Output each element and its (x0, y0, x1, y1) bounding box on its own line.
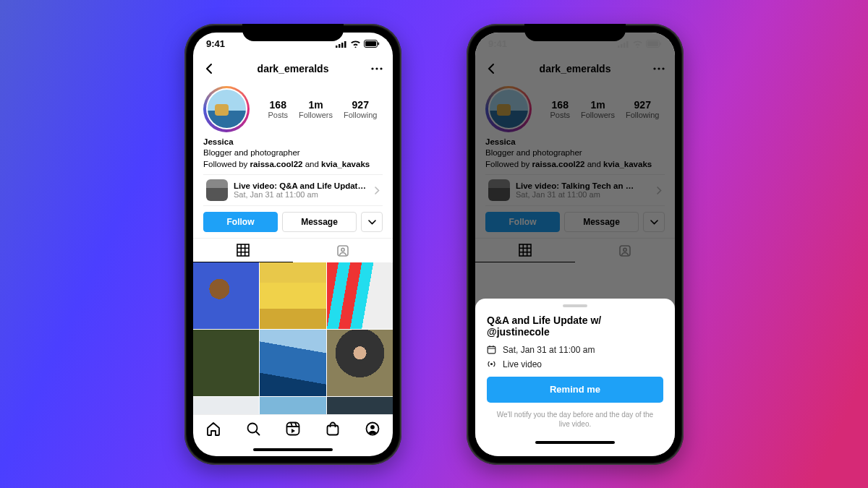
grid-post[interactable] (260, 330, 326, 396)
screen: 9:41 dark_emeralds 168Posts 1mFollowers … (475, 33, 675, 456)
profile-info-row: 168 Posts 1m Followers 927 Following (193, 82, 393, 135)
battery-icon (364, 40, 380, 48)
svg-rect-5 (365, 41, 376, 46)
broadcast-icon (487, 359, 497, 369)
profile-tabs (193, 238, 393, 262)
svg-rect-15 (328, 426, 339, 435)
stat-posts-count: 168 (268, 99, 288, 111)
phone-mockup-left: 9:41 dark_emeralds 168 Posts 1 (184, 24, 401, 465)
search-icon[interactable] (245, 421, 261, 437)
live-details-sheet: Q&A and Life Update w/ @justinecole Sat,… (475, 299, 675, 456)
stat-posts-label: Posts (268, 111, 288, 119)
grid-post[interactable] (327, 330, 393, 396)
svg-point-8 (375, 67, 378, 69)
profile-bio: Jessica Blogger and photographer Followe… (193, 135, 393, 175)
grid-post[interactable] (260, 262, 326, 329)
grid-post[interactable] (193, 262, 259, 329)
phone-mockup-right: 9:41 dark_emeralds 168Posts 1mFollowers … (467, 24, 684, 465)
status-icons (336, 40, 380, 48)
chevron-right-icon (375, 187, 380, 194)
svg-rect-10 (237, 244, 249, 256)
profile-header: dark_emeralds (193, 56, 393, 82)
stat-followers[interactable]: 1m Followers (299, 99, 333, 119)
chevron-down-icon (368, 220, 376, 225)
svg-rect-31 (488, 346, 495, 354)
reels-icon[interactable] (285, 421, 301, 437)
profile-stats: 168 Posts 1m Followers 927 Following (263, 99, 383, 119)
grid-post[interactable] (260, 397, 326, 414)
suggestions-button[interactable] (361, 212, 383, 232)
screen: 9:41 dark_emeralds 168 Posts 1 (193, 33, 393, 456)
bio-mutuals: Followed by raissa.cool22 and kvia_kavak… (203, 159, 383, 171)
avatar (208, 90, 246, 128)
tab-grid[interactable] (193, 239, 293, 262)
sheet-type-row: Live video (487, 359, 663, 369)
profile-nav-icon[interactable] (365, 421, 380, 437)
header-username[interactable]: dark_emeralds (258, 63, 329, 74)
grid-post[interactable] (327, 262, 393, 329)
grid-post[interactable] (193, 330, 259, 396)
home-icon[interactable] (205, 421, 221, 437)
live-title: Live video: Q&A and Life Updat… (234, 181, 369, 190)
calendar-icon (487, 345, 497, 354)
home-indicator (193, 443, 393, 456)
status-time: 9:41 (206, 38, 225, 49)
shop-icon[interactable] (325, 421, 341, 437)
sheet-date: Sat, Jan 31 at 11:00 am (503, 345, 595, 355)
sheet-date-row: Sat, Jan 31 at 11:00 am (487, 345, 663, 355)
svg-rect-3 (344, 41, 346, 48)
bottom-nav (193, 414, 393, 443)
sheet-handle[interactable] (563, 304, 587, 307)
grid-icon (237, 244, 250, 257)
scheduled-live-row[interactable]: Live video: Q&A and Life Updat… Sat, Jan… (203, 174, 383, 206)
story-ring[interactable] (203, 86, 250, 132)
svg-rect-2 (341, 43, 344, 48)
svg-rect-14 (286, 423, 299, 435)
cellular-icon (336, 40, 347, 48)
sheet-title: Q&A and Life Update w/ @justinecole (487, 314, 663, 338)
live-thumbnail (206, 179, 228, 201)
more-options-icon[interactable] (370, 61, 384, 76)
device-notch (524, 24, 626, 41)
bio-description: Blogger and photographer (203, 147, 383, 159)
message-button[interactable]: Message (282, 212, 357, 232)
svg-rect-6 (378, 43, 380, 46)
live-date: Sat, Jan 31 at 11:00 am (234, 190, 369, 199)
svg-point-17 (370, 425, 375, 429)
device-notch (242, 24, 344, 41)
follow-button[interactable]: Follow (203, 212, 278, 232)
tagged-icon (336, 244, 349, 257)
svg-rect-1 (339, 44, 341, 48)
stat-following-label: Following (344, 111, 377, 119)
sheet-type: Live video (503, 359, 542, 369)
stat-following-count: 927 (344, 99, 377, 111)
bio-name: Jessica (203, 137, 383, 148)
stat-followers-count: 1m (299, 99, 333, 111)
remind-me-button[interactable]: Remind me (487, 377, 663, 403)
grid-post[interactable] (193, 397, 259, 414)
profile-actions: Follow Message (193, 212, 393, 238)
stat-posts[interactable]: 168 Posts (268, 99, 288, 119)
home-indicator (487, 436, 663, 449)
svg-point-9 (380, 67, 382, 69)
wifi-icon (350, 40, 361, 48)
post-grid (193, 262, 393, 414)
svg-point-7 (371, 67, 373, 69)
stat-followers-label: Followers (299, 111, 333, 119)
back-icon[interactable] (202, 61, 216, 76)
tab-tagged[interactable] (293, 239, 393, 262)
stat-following[interactable]: 927 Following (344, 99, 377, 119)
grid-post[interactable] (327, 397, 393, 414)
svg-rect-0 (336, 46, 338, 48)
svg-point-32 (490, 363, 493, 365)
svg-point-12 (341, 248, 344, 251)
sheet-footer-note: We'll notify you the day before and the … (487, 410, 663, 432)
